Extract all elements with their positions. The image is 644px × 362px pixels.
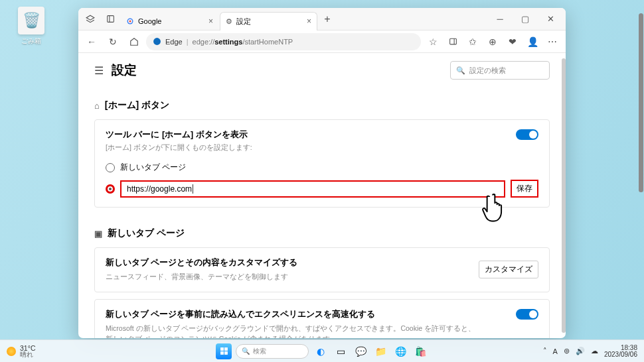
customize-button[interactable]: カスタマイズ (479, 261, 538, 278)
svg-point-4 (129, 20, 131, 22)
preload-toggle[interactable] (516, 309, 538, 320)
sun-icon (7, 347, 16, 356)
radio-url[interactable] (106, 184, 115, 194)
customize-label: 新しいタブ ページとその内容をカスタマイズする (106, 257, 297, 269)
radio-newtab-row[interactable]: 新しいタブ ページ (106, 162, 538, 173)
edge-icon (153, 37, 161, 46)
search-placeholder: 設定の検索 (469, 66, 506, 76)
tab-label: Google (138, 17, 161, 25)
weather-widget[interactable]: 31°C 晴れ (7, 345, 35, 358)
ime-indicator[interactable]: A (553, 347, 558, 355)
radio-newtab-label: 新しいタブ ページ (120, 162, 186, 173)
vertical-tabs-icon[interactable] (101, 10, 120, 29)
favorite-icon[interactable]: ☆ (424, 32, 442, 51)
explorer-icon[interactable]: 📁 (372, 343, 388, 359)
home-icon: ⌂ (94, 101, 100, 111)
recycle-bin[interactable]: 🗑️ ごみ箱 (15, 7, 48, 46)
search-icon: 🔍 (456, 66, 465, 75)
address-bar[interactable]: Edge | edge://settings/startHomeNTP (146, 33, 421, 50)
svg-rect-8 (220, 347, 224, 351)
show-home-toggle-label: ツール バーに [ホーム] ボタンを表示 (106, 129, 252, 141)
tab-bar: Google × ⚙ 設定 × + ─ ▢ ✕ (78, 8, 566, 30)
radio-newtab[interactable] (106, 163, 115, 172)
customize-desc: ニュースフィード、背景画像、テーマなどを制御します (106, 272, 297, 282)
home-url-value: https://google.com (127, 184, 192, 194)
store-icon[interactable]: 🛍️ (412, 343, 428, 359)
minimize-button[interactable]: ─ (487, 10, 513, 29)
taskbar-search-placeholder: 検索 (253, 347, 266, 356)
new-tab-button[interactable]: + (319, 13, 336, 25)
settings-content: ☰ 設定 🔍 設定の検索 ⌂ [ホーム] ボタン ツール バーに [ホーム] ボ… (78, 53, 566, 338)
newtab-icon: ▣ (94, 229, 102, 239)
recycle-bin-icon: 🗑️ (18, 7, 44, 34)
content-scrollbar[interactable] (562, 58, 566, 333)
toolbar: ← ↻ Edge | edge://settings/startHomeNTP … (78, 30, 566, 53)
page-title: 設定 (112, 62, 137, 79)
save-button[interactable]: 保存 (511, 180, 538, 198)
cloud-icon[interactable]: ☁ (591, 347, 598, 355)
volume-icon[interactable]: 🔊 (576, 347, 585, 355)
tab-google[interactable]: Google × (121, 12, 218, 30)
svg-rect-9 (224, 347, 228, 351)
more-icon[interactable]: ⋯ (543, 32, 562, 51)
time: 18:38 (621, 345, 637, 351)
clock[interactable]: 18:38 2023/09/06 (604, 345, 637, 358)
menu-icon[interactable]: ☰ (94, 64, 104, 77)
sidebar-icon[interactable] (443, 32, 462, 51)
refresh-button[interactable]: ↻ (104, 32, 122, 51)
gear-icon: ⚙ (226, 17, 232, 26)
recycle-bin-label: ごみ箱 (15, 36, 48, 46)
close-window-button[interactable]: ✕ (538, 10, 563, 29)
tab-label: 設定 (236, 17, 251, 27)
taskbar-search-input[interactable]: 🔍 検索 (236, 344, 309, 359)
section-title: 新しいタブ ページ (108, 227, 185, 239)
svg-rect-10 (220, 351, 224, 355)
copilot-icon[interactable]: ◐ (313, 343, 329, 359)
date: 2023/09/06 (604, 351, 637, 358)
browser-window: Google × ⚙ 設定 × + ─ ▢ ✕ ← ↻ Edge | edge:… (78, 8, 566, 338)
favorites-icon[interactable]: ✩ (463, 32, 482, 51)
preload-desc: Microsoft の新しいタブ ページがバックグラウンドで開かれ、すばやくアク… (106, 324, 477, 338)
home-button-section: ⌂ [ホーム] ボタン ツール バーに [ホーム] ボタンを表示 [ホーム] ボ… (94, 99, 550, 208)
start-button[interactable] (216, 343, 232, 359)
maximize-button[interactable]: ▢ (513, 10, 538, 29)
svg-rect-0 (107, 16, 114, 23)
close-icon[interactable]: × (307, 17, 311, 26)
svg-rect-6 (449, 38, 456, 44)
page-scrollbar[interactable] (639, 13, 643, 192)
profile-icon[interactable]: 👤 (523, 32, 542, 51)
section-title: [ホーム] ボタン (105, 99, 169, 111)
back-button[interactable]: ← (82, 32, 101, 51)
new-tab-section: ▣ 新しいタブ ページ 新しいタブ ページとその内容をカスタマイズする ニュース… (94, 227, 550, 338)
svg-rect-11 (224, 351, 228, 355)
google-favicon-icon (126, 17, 134, 25)
address-url: edge://settings/startHomeNTP (193, 38, 293, 46)
task-view-icon[interactable]: ▭ (333, 343, 349, 359)
weather-cond: 晴れ (20, 351, 35, 358)
workspaces-icon[interactable] (81, 10, 100, 29)
show-home-toggle[interactable] (516, 129, 538, 140)
close-icon[interactable]: × (208, 17, 213, 26)
address-provider: Edge (165, 38, 183, 46)
show-home-sub: [ホーム] ボタンが下に開くものを設定します: (106, 143, 252, 152)
svg-point-5 (153, 38, 161, 45)
wifi-icon[interactable]: ⊚ (564, 347, 570, 355)
search-icon: 🔍 (242, 347, 250, 355)
heart-icon[interactable]: ❤ (503, 32, 522, 51)
home-button[interactable] (125, 32, 143, 51)
home-url-input[interactable]: https://google.com (120, 180, 505, 198)
settings-search-input[interactable]: 🔍 設定の検索 (450, 61, 550, 80)
edge-taskbar-icon[interactable]: 🌐 (392, 343, 408, 359)
taskbar: 31°C 晴れ 🔍 検索 ◐ ▭ 💬 📁 🌐 🛍️ ˄ A ⊚ 🔊 ☁ 18:3… (0, 339, 644, 362)
chat-icon[interactable]: 💬 (353, 343, 368, 359)
tab-settings[interactable]: ⚙ 設定 × (220, 12, 317, 30)
collections-icon[interactable]: ⊕ (483, 32, 502, 51)
preload-label: 新しいタブ ページを事前に読み込んでエクスペリエンスを高速化する (106, 309, 477, 320)
chevron-up-icon[interactable]: ˄ (543, 347, 547, 355)
